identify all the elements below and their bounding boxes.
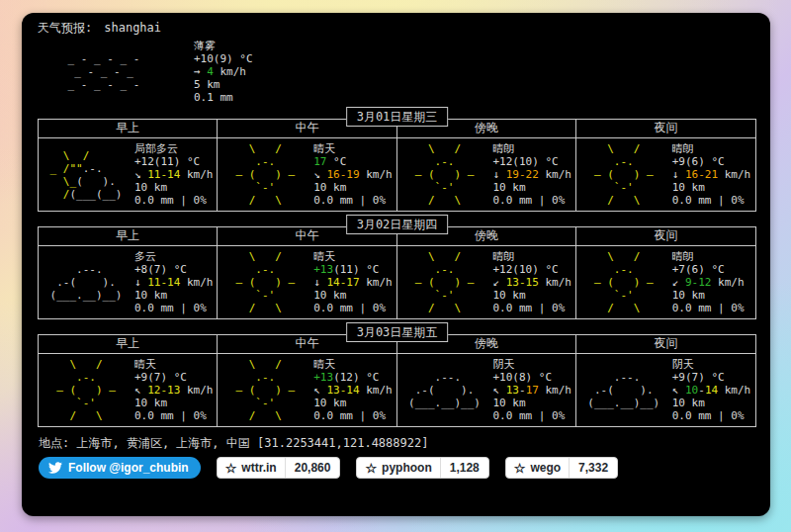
precipitation-line: 0.0 mm | 0% bbox=[493, 302, 572, 314]
github-star-badge-wego[interactable]: ☆wego7,332 bbox=[505, 457, 618, 479]
condition-label: 薄雾 bbox=[194, 40, 253, 52]
visibility-line: 10 km bbox=[313, 181, 393, 194]
day-grid: 早上中午傍晚夜间 \ / _ /"".-. \_( ). /(___(__)局部… bbox=[39, 120, 755, 211]
text-segment: .--. bbox=[44, 263, 129, 276]
condition-label: 晴天 bbox=[313, 250, 393, 263]
wind-line: ↓ 14-17 km/h bbox=[313, 276, 393, 289]
forecast-cell: \ / .-. – ( ) – `-' / \ 晴天+9(7) °C↖ 12-1… bbox=[39, 354, 218, 426]
text-segment: km/h bbox=[180, 276, 213, 289]
forecast-cell-info: 阴天+10(8) °C↖ 13-17 km/h10 km0.0 mm | 0% bbox=[493, 358, 572, 422]
text-segment: 10 km bbox=[493, 397, 526, 409]
current-conditions: _ - _ - _ - _ - _ - _ _ - _ - _ - 薄雾 +10… bbox=[61, 40, 758, 104]
text-segment: 0.0 mm | 0% bbox=[672, 409, 745, 422]
temperature-line: +7(6) °C bbox=[672, 263, 745, 276]
visibility-line: 10 km bbox=[313, 397, 393, 409]
github-star-badge-pyphoon[interactable]: ☆pyphoon1,128 bbox=[356, 457, 488, 479]
text-segment: 4 bbox=[207, 65, 214, 78]
date-label: 3月02日星期四 bbox=[346, 215, 449, 234]
location-line: 地点: 上海市, 黄浦区, 上海市, 中国 [31.2253441,121.48… bbox=[39, 437, 758, 450]
forecast-cell: \ / .-. – ( ) – `-' / \ 晴朗+7(6) °C↙ 9-12… bbox=[576, 246, 755, 318]
wind-line: → 4 km/h bbox=[194, 65, 253, 78]
text-segment: \ / bbox=[581, 142, 666, 155]
weather-art-sunny: \ / .-. – ( ) – `-' / \ bbox=[402, 250, 489, 314]
condition-label: 阴天 bbox=[493, 358, 572, 371]
visibility-line: 10 km bbox=[134, 397, 214, 409]
forecast-day-table: 3月01日星期三早上中午傍晚夜间 \ / _ /"".-. \_( ). /(_… bbox=[38, 119, 756, 212]
temperature-line: +8(7) °C bbox=[134, 263, 214, 276]
period-header: 夜间 bbox=[576, 120, 755, 138]
weather-art-sunny: \ / .-. – ( ) – `-' / \ bbox=[581, 250, 668, 314]
star-icon: ☆ bbox=[225, 462, 237, 475]
text-segment: / \ bbox=[581, 302, 666, 314]
badge-name: pyphoon bbox=[382, 462, 432, 475]
weather-art-partly_cloudy: \ / _ /"".-. \_( ). /(___(__) bbox=[44, 149, 131, 201]
text-segment: +8(7) °C bbox=[134, 263, 187, 276]
twitter-bird-icon bbox=[48, 461, 62, 475]
forecast-day-table: 3月02日星期四早上中午傍晚夜间 .--. .-( ). (___.__)__)… bbox=[38, 226, 756, 319]
text-segment: ( ). bbox=[76, 175, 116, 188]
weather-art-cloudy: .--. .-( ). (___.__)__) bbox=[44, 263, 131, 302]
text-segment: `-' bbox=[222, 397, 308, 409]
text-segment: +13 bbox=[313, 263, 333, 276]
text-segment: / \ bbox=[222, 194, 308, 207]
text-segment: ↓ bbox=[134, 276, 147, 289]
text-segment: ↓ bbox=[672, 168, 685, 181]
visibility-line: 10 km bbox=[672, 397, 751, 409]
text-segment: \ / bbox=[44, 149, 89, 162]
text-segment: / \ bbox=[222, 302, 308, 314]
text-segment: 10 km bbox=[493, 181, 526, 194]
day-grid: 早上中午傍晚夜间 .--. .-( ). (___.__)__) 多云+8(7)… bbox=[39, 227, 755, 318]
precipitation-line: 0.0 mm | 0% bbox=[493, 194, 572, 207]
text-segment: / \ bbox=[402, 194, 487, 207]
visibility-line: 10 km bbox=[493, 397, 572, 409]
text-segment: ↖ bbox=[313, 384, 326, 397]
text-segment: 0.0 mm | 0% bbox=[493, 302, 566, 314]
text-segment: 0.0 mm | 0% bbox=[134, 302, 207, 314]
text-segment: – ( ) – bbox=[581, 276, 666, 289]
weather-art-sunny: \ / .-. – ( ) – `-' / \ bbox=[402, 142, 489, 207]
wind-line: ↖ 10-14 km/h bbox=[672, 384, 751, 397]
precipitation-line: 0.0 mm | 0% bbox=[134, 409, 214, 422]
text-segment: 13-14 bbox=[327, 384, 360, 397]
text-segment: – ( ) – bbox=[402, 276, 487, 289]
weather-art-sunny: \ / .-. – ( ) – `-' / \ bbox=[581, 142, 668, 207]
twitter-follow-button[interactable]: Follow @igor_chubin bbox=[39, 457, 201, 479]
date-label: 3月01日星期三 bbox=[346, 107, 449, 127]
visibility-line: 10 km bbox=[134, 181, 214, 194]
text-segment: 10 km bbox=[134, 181, 167, 194]
text-segment: 0.0 mm | 0% bbox=[134, 194, 207, 207]
condition-label: 多云 bbox=[134, 250, 214, 263]
precipitation-line: 0.0 mm | 0% bbox=[672, 409, 751, 422]
text-segment: (___.__)__) bbox=[44, 289, 129, 302]
text-segment: (___(__) bbox=[70, 188, 123, 201]
text-segment: .-. bbox=[83, 162, 103, 175]
badge-count: 7,332 bbox=[570, 458, 617, 478]
text-segment: 17 bbox=[526, 384, 539, 397]
twitter-follow-label: Follow @igor_chubin bbox=[68, 462, 189, 475]
text-segment: 10 km bbox=[134, 397, 167, 409]
weather-art-mist: _ - _ - _ - _ - _ - _ _ - _ - _ - bbox=[61, 52, 180, 91]
text-segment: → bbox=[194, 65, 207, 78]
precipitation-line: 0.1 mm bbox=[194, 91, 253, 104]
text-segment: 10 km bbox=[313, 289, 346, 302]
text-segment: \ / bbox=[402, 142, 487, 155]
text-segment: km/h bbox=[360, 384, 393, 397]
text-segment: km/h bbox=[214, 65, 246, 78]
text-segment: _ - _ - _ bbox=[61, 65, 146, 78]
text-segment: .-( ). bbox=[44, 276, 129, 289]
text-segment: km/h bbox=[718, 384, 750, 397]
forecast-cell: \ / .-. – ( ) – `-' / \ 晴朗+9(6) °C↓ 16-2… bbox=[576, 138, 755, 211]
forecast-cell: \ / .-. – ( ) – `-' / \ 晴朗+12(10) °C↓ 19… bbox=[397, 138, 576, 211]
github-star-badge-wttr.in[interactable]: ☆wttr.in20,860 bbox=[217, 457, 341, 479]
text-segment: _ /"" bbox=[44, 162, 83, 175]
forecast-days: 3月01日星期三早上中午傍晚夜间 \ / _ /"".-. \_( ). /(_… bbox=[36, 119, 758, 427]
text-segment: _ - _ - _ - bbox=[61, 52, 146, 65]
temperature-line: +10(9) °C bbox=[194, 52, 253, 65]
forecast-day-table: 3月03日星期五早上中午傍晚夜间 \ / .-. – ( ) – `-' / \… bbox=[38, 334, 756, 427]
text-segment: 10 km bbox=[134, 289, 167, 302]
report-title-label: 天气预报: bbox=[38, 21, 92, 35]
wind-line: ↙ 13-15 km/h bbox=[493, 276, 572, 289]
text-segment: km/h bbox=[718, 168, 750, 181]
text-segment: – ( ) – bbox=[222, 276, 308, 289]
condition-label: 晴朗 bbox=[493, 142, 572, 155]
